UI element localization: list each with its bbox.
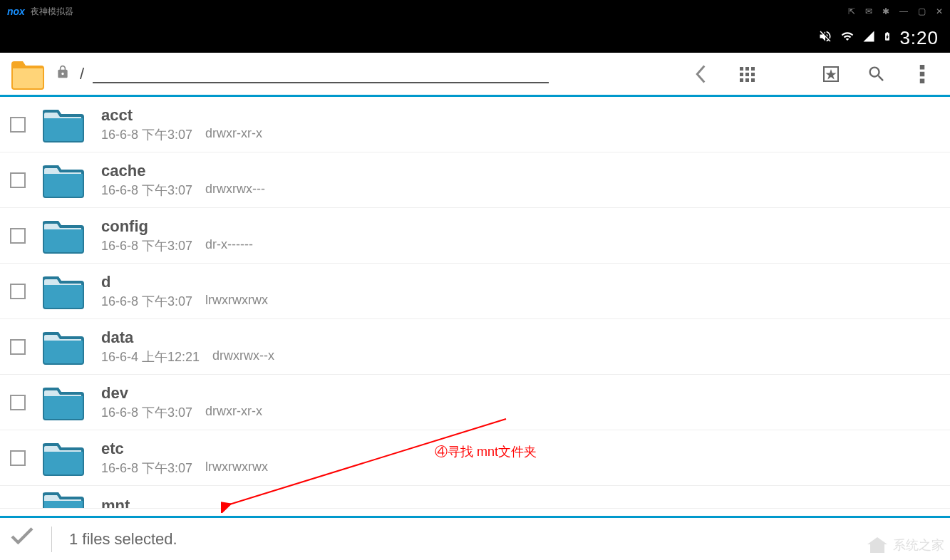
svg-rect-3 (740, 73, 743, 76)
svg-rect-12 (920, 78, 925, 83)
file-row[interactable]: d 16-6-8 下午3:07 lrwxrwxrwx (0, 264, 950, 319)
folder-icon (40, 488, 87, 509)
mail-icon[interactable]: ✉ (865, 6, 872, 16)
svg-rect-2 (751, 67, 755, 71)
svg-rect-1 (745, 67, 749, 71)
file-meta: 16-6-8 下午3:07 lrwxrwxrwx (101, 293, 268, 310)
grid-view-icon[interactable] (729, 66, 765, 83)
bookmark-icon[interactable] (813, 66, 849, 83)
folder-icon (40, 383, 87, 422)
instruction-annotation: ④寻找 mnt文件夹 (435, 443, 537, 460)
file-permissions: drwxrwx--x (212, 348, 274, 365)
path-bar[interactable]: / (80, 65, 673, 83)
back-icon[interactable] (683, 65, 719, 83)
file-name: data (101, 328, 274, 347)
wifi-icon (840, 30, 855, 46)
folder-icon (40, 161, 87, 199)
file-permissions: drwxrwx--- (205, 182, 265, 199)
file-info: dev 16-6-8 下午3:07 drwxr-xr-x (101, 384, 262, 421)
file-permissions: drwxr-xr-x (205, 126, 262, 143)
file-name: acct (101, 106, 262, 125)
file-checkbox[interactable] (10, 284, 26, 299)
android-statusbar: 3:20 (0, 23, 950, 53)
file-checkbox[interactable] (10, 450, 26, 466)
file-name: config (101, 217, 253, 236)
svg-rect-11 (920, 71, 925, 76)
svg-rect-10 (920, 65, 925, 70)
file-name: etc (101, 440, 268, 458)
folder-icon (40, 328, 87, 366)
file-meta: 16-6-8 下午3:07 dr-x------ (101, 237, 253, 254)
lock-icon[interactable] (56, 63, 70, 84)
file-info: data 16-6-4 上午12:21 drwxrwx--x (101, 328, 274, 365)
app-folder-icon[interactable] (10, 58, 46, 90)
selection-bar: 1 files selected. (0, 516, 950, 560)
battery-charging-icon (882, 28, 892, 48)
titlebar-controls: ⇱ ✉ ✱ — ▢ ✕ (848, 6, 943, 16)
minimize-icon[interactable]: — (899, 6, 908, 16)
folder-icon (40, 272, 87, 311)
file-info: config 16-6-8 下午3:07 dr-x------ (101, 217, 253, 254)
svg-rect-0 (740, 67, 743, 71)
path-underline (93, 82, 549, 83)
file-date: 16-6-8 下午3:07 (101, 460, 192, 477)
watermark: 系统之家 (866, 536, 944, 554)
file-checkbox[interactable] (10, 339, 26, 355)
check-icon[interactable] (10, 527, 34, 551)
pin-icon[interactable]: ⇱ (848, 6, 855, 16)
file-row[interactable]: data 16-6-4 上午12:21 drwxrwx--x (0, 319, 950, 375)
file-row[interactable]: cache 16-6-8 下午3:07 drwxrwx--- (0, 152, 950, 208)
file-checkbox[interactable] (10, 172, 26, 188)
file-row[interactable]: dev 16-6-8 下午3:07 drwxr-xr-x (0, 375, 950, 430)
divider (51, 527, 52, 552)
nox-logo: nox (7, 6, 25, 17)
mute-icon (818, 29, 832, 47)
file-info: cache 16-6-8 下午3:07 drwxrwx--- (101, 162, 265, 199)
gear-icon[interactable]: ✱ (882, 6, 889, 16)
file-meta: 16-6-8 下午3:07 drwxrwx--- (101, 182, 265, 199)
file-info: etc 16-6-8 下午3:07 lrwxrwxrwx (101, 440, 268, 477)
file-checkbox[interactable] (10, 117, 26, 133)
file-row[interactable]: mnt (0, 486, 950, 509)
file-date: 16-6-8 下午3:07 (101, 293, 192, 310)
file-date: 16-6-8 下午3:07 (101, 404, 192, 421)
maximize-icon[interactable]: ▢ (918, 6, 926, 16)
file-permissions: lrwxrwxrwx (205, 460, 268, 477)
svg-rect-7 (745, 78, 749, 82)
file-name: cache (101, 162, 265, 180)
file-meta: 16-6-4 上午12:21 drwxrwx--x (101, 348, 274, 365)
folder-icon (40, 105, 87, 144)
file-name: d (101, 273, 268, 291)
file-info: d 16-6-8 下午3:07 lrwxrwxrwx (101, 273, 268, 310)
file-date: 16-6-4 上午12:21 (101, 348, 200, 365)
file-permissions: drwxr-xr-x (205, 404, 262, 421)
file-row[interactable]: acct 16-6-8 下午3:07 drwxr-xr-x (0, 97, 950, 152)
folder-icon (40, 217, 87, 255)
window-titlebar: nox 夜神模拟器 ⇱ ✉ ✱ — ▢ ✕ (0, 0, 950, 23)
watermark-text: 系统之家 (893, 536, 944, 554)
status-time: 3:20 (899, 27, 939, 49)
svg-rect-8 (751, 78, 755, 82)
selection-text: 1 files selected. (69, 530, 177, 549)
path-text: / (80, 65, 84, 83)
file-name: dev (101, 384, 262, 403)
file-manager-toolbar: / (0, 53, 950, 97)
file-checkbox[interactable] (10, 395, 26, 410)
file-row[interactable]: config 16-6-8 下午3:07 dr-x------ (0, 208, 950, 264)
folder-icon (40, 439, 87, 477)
file-name: mnt (101, 497, 130, 509)
overflow-menu-icon[interactable] (904, 65, 940, 83)
window-title: 夜神模拟器 (31, 6, 848, 18)
file-meta: 16-6-8 下午3:07 drwxr-xr-x (101, 126, 262, 143)
file-info: mnt (101, 486, 130, 509)
file-permissions: lrwxrwxrwx (205, 293, 268, 310)
search-icon[interactable] (859, 64, 894, 84)
file-date: 16-6-8 下午3:07 (101, 182, 192, 199)
file-date: 16-6-8 下午3:07 (101, 126, 192, 143)
file-checkbox[interactable] (10, 228, 26, 244)
svg-rect-4 (745, 73, 749, 76)
svg-rect-6 (740, 78, 743, 82)
file-date: 16-6-8 下午3:07 (101, 237, 192, 254)
close-icon[interactable]: ✕ (936, 6, 943, 16)
svg-rect-5 (751, 73, 755, 76)
